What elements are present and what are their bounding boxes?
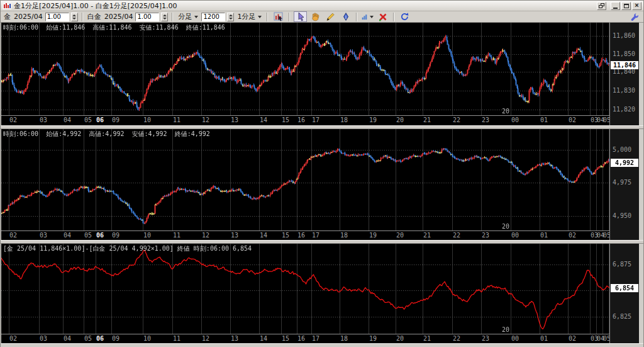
toolbar: 金 2025/04 白金 2025/04 分足 1分足 bbox=[1, 11, 643, 23]
y-axis-label: 4,975 bbox=[613, 179, 631, 186]
chart-style-button[interactable] bbox=[361, 11, 374, 22]
y-axis-label: 5,000 bbox=[613, 146, 631, 153]
gold-multiplier-input[interactable] bbox=[45, 13, 69, 21]
x-axis-label: 18 bbox=[340, 117, 348, 123]
pen-tool-button[interactable] bbox=[339, 11, 352, 22]
x-axis-label: 00 bbox=[511, 117, 519, 123]
x-axis-label: 22 bbox=[453, 335, 460, 342]
x-axis-label: 17 bbox=[312, 232, 319, 239]
close-button[interactable]: × bbox=[632, 2, 641, 10]
x-axis-label: 02 bbox=[569, 117, 576, 123]
x-axis-label: 20 bbox=[396, 232, 404, 239]
toolbar-separator bbox=[393, 13, 394, 21]
x-axis-label: 06 bbox=[96, 117, 104, 123]
spread-info: [金 25/04 11,846×1.00]-[白金 25/04 4,992×1.… bbox=[3, 244, 252, 253]
x-axis-label: 20 bbox=[396, 117, 404, 123]
title-bar[interactable]: 金1分足[2025/04]1.00 - 白金1分足[2025/04]1.00 × bbox=[1, 1, 643, 11]
cascade-button[interactable] bbox=[597, 2, 606, 10]
close-icon: × bbox=[635, 2, 638, 9]
x-axis-label: 03 bbox=[40, 232, 47, 239]
bar-count-spinner[interactable] bbox=[227, 13, 234, 21]
spread-last-price-box: 6,854 bbox=[611, 284, 638, 292]
x-axis-label: 16 bbox=[297, 232, 305, 239]
spread-price-axis: 6,854 6,8756,825 bbox=[609, 244, 639, 343]
y-axis-label: 11,860 bbox=[613, 32, 635, 39]
spread-plot[interactable]: [金 25/04 11,846×1.00]-[白金 25/04 4,992×1.… bbox=[1, 244, 610, 334]
y-axis-label: 11,830 bbox=[613, 87, 635, 94]
x-axis-label: 14 bbox=[260, 335, 267, 342]
pen-icon bbox=[341, 12, 350, 21]
x-axis-label: 01 bbox=[540, 117, 548, 123]
settings-button[interactable] bbox=[628, 11, 641, 22]
platinum-multiplier-spinner[interactable] bbox=[161, 13, 168, 21]
x-axis-label: 04 bbox=[64, 232, 71, 239]
platinum-multiplier-input[interactable] bbox=[135, 13, 159, 21]
x-axis-label: 01 bbox=[540, 232, 548, 239]
gold-price-axis: 11,846 11,86011,85011,84011,83011,820 bbox=[609, 23, 639, 125]
x-axis-label: 13 bbox=[231, 335, 238, 342]
x-axis-label: 03 bbox=[40, 117, 47, 123]
x-axis-label: 02 bbox=[569, 335, 576, 342]
platinum-plot[interactable]: 時刻:06:00 始値:4,992 高値:4,992 安値:4,992 終値:4… bbox=[1, 129, 610, 231]
x-axis-label: 09 bbox=[112, 117, 119, 123]
spread-panel: [金 25/04 11,846×1.00]-[白金 25/04 4,992×1.… bbox=[1, 244, 639, 343]
x-axis-label: 21 bbox=[423, 335, 431, 342]
delete-icon bbox=[379, 13, 387, 21]
platinum-ohlc-info: 時刻:06:00 始値:4,992 高値:4,992 安値:4,992 終値:4… bbox=[3, 130, 210, 139]
minimize-button[interactable] bbox=[611, 2, 620, 10]
cascade-icon bbox=[599, 3, 604, 8]
chevron-down-icon bbox=[370, 16, 374, 18]
x-axis-label: 15 bbox=[282, 232, 289, 239]
x-axis-label: 14 bbox=[260, 232, 267, 239]
day-marker-label: 20 bbox=[502, 108, 509, 115]
bar-type-dropdown[interactable]: 分足 bbox=[177, 12, 199, 21]
chart-cursor-button[interactable] bbox=[272, 11, 285, 22]
pan-hand-icon bbox=[311, 12, 320, 21]
y-axis-label: 11,850 bbox=[613, 50, 635, 57]
select-tool-button[interactable] bbox=[294, 11, 307, 22]
app-icon bbox=[3, 2, 11, 9]
spread-time-axis: 0203040506091011121314151617181920212223… bbox=[1, 334, 610, 343]
x-axis-label: 12 bbox=[202, 335, 209, 342]
chart-cursor-icon bbox=[274, 12, 284, 21]
pencil-tool-button[interactable] bbox=[324, 11, 337, 22]
x-axis-label: 10 bbox=[143, 232, 151, 239]
chevron-down-icon bbox=[258, 16, 262, 18]
x-axis-label: 10 bbox=[143, 117, 151, 123]
gold-plot[interactable]: 時刻:06:00 始値:11,846 高値:11,846 安値:11,846 終… bbox=[1, 23, 610, 116]
day-marker-label: 20 bbox=[502, 223, 509, 230]
gold-panel: 時刻:06:00 始値:11,846 高値:11,846 安値:11,846 終… bbox=[1, 23, 639, 125]
maximize-button[interactable] bbox=[621, 2, 631, 10]
x-axis-label: 23 bbox=[482, 117, 489, 123]
x-axis-label: 11 bbox=[173, 335, 180, 342]
select-arrow-icon bbox=[296, 12, 305, 21]
delete-indicator-button[interactable] bbox=[376, 11, 389, 22]
interval-dropdown[interactable]: 1分足 bbox=[236, 12, 263, 21]
toolbar-separator bbox=[289, 13, 290, 21]
x-axis-label: 22 bbox=[453, 117, 460, 123]
platinum-month: 2025/04 bbox=[104, 13, 133, 21]
x-axis-label: 12 bbox=[202, 232, 209, 239]
y-axis-label: 6,875 bbox=[613, 261, 631, 268]
x-axis-label: 02 bbox=[569, 232, 576, 239]
x-axis-label: 15 bbox=[282, 117, 289, 123]
x-axis-label: 02 bbox=[9, 335, 17, 342]
bar-count-input[interactable] bbox=[201, 13, 225, 21]
x-axis-label: 10 bbox=[143, 335, 151, 342]
pan-tool-button[interactable] bbox=[309, 11, 322, 22]
platinum-panel: 時刻:06:00 始値:4,992 高値:4,992 安値:4,992 終値:4… bbox=[1, 129, 639, 240]
platinum-time-axis: 0203040506091011121314151617181920212223… bbox=[1, 231, 610, 240]
x-axis-label: 14 bbox=[260, 117, 267, 123]
gold-month: 2025/04 bbox=[14, 13, 43, 21]
x-axis-label: 06 bbox=[96, 335, 104, 342]
pencil-icon bbox=[326, 12, 335, 21]
gold-multiplier-spinner[interactable] bbox=[71, 13, 78, 21]
spread-chart-canvas bbox=[1, 244, 610, 334]
gold-last-price-box: 11,846 bbox=[611, 61, 638, 69]
day-marker-label: 20 bbox=[502, 326, 509, 333]
x-axis-label: 16 bbox=[297, 335, 305, 342]
platinum-chart-canvas bbox=[1, 129, 610, 230]
refresh-button[interactable] bbox=[398, 11, 411, 22]
gold-label: 金 bbox=[4, 12, 11, 21]
gold-chart-canvas bbox=[1, 23, 610, 115]
